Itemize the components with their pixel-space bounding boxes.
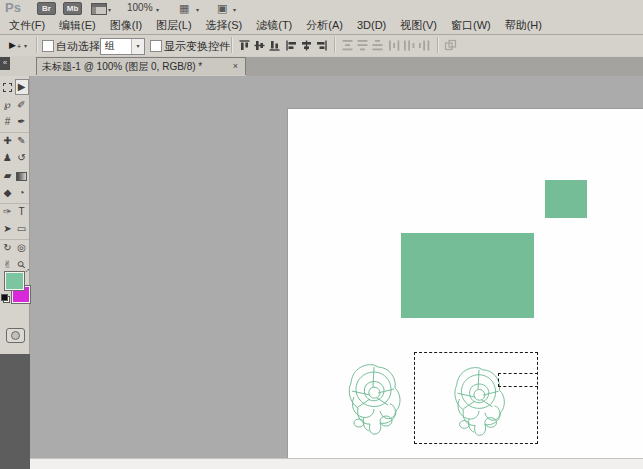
document-tab[interactable]: 未标题-1 @ 100% (图层 0, RGB/8) * ×: [36, 57, 246, 75]
menu-window[interactable]: 窗口(W): [444, 17, 498, 34]
auto-align-layers-icon[interactable]: [444, 39, 457, 52]
menu-3d[interactable]: 3D(D): [350, 17, 393, 34]
menu-layer[interactable]: 图层(L): [149, 17, 198, 34]
artwork-small-green-square: [545, 180, 587, 218]
separator: [36, 37, 38, 53]
tools-panel-footer: [0, 354, 30, 469]
marquee-icon: [3, 83, 12, 92]
chevron-down-icon[interactable]: ▾: [233, 6, 236, 13]
artwork-rose-sketch-left: [343, 361, 405, 439]
path-selection-tool[interactable]: ➤: [1, 221, 15, 237]
distribute-right-edges-icon[interactable]: [418, 39, 431, 52]
plus-icon: +: [17, 43, 21, 50]
menu-filter[interactable]: 滤镜(T): [249, 17, 299, 34]
move-tool-preset-button[interactable]: ▶ + ▾: [3, 37, 33, 53]
gradient-tool[interactable]: [15, 168, 29, 184]
foreground-color-swatch[interactable]: [4, 271, 25, 291]
lasso-tool[interactable]: ℘: [1, 97, 15, 113]
default-colors-icon[interactable]: [1, 294, 10, 303]
chevron-down-icon: ▾: [131, 39, 144, 54]
separator: [334, 37, 336, 53]
application-bar: Ps Br Mb ▾ 100% ▾ ▦ ▾ ▣ ▾: [0, 0, 643, 18]
tools-panel: ▶ ℘ ✐ # ✒ ✚ ✎ ♟ ↺ ▰ ◆ ◔ ✑ T ➤: [0, 76, 30, 354]
gradient-icon: [16, 172, 27, 181]
rectangle-shape-tool[interactable]: ▭: [15, 221, 29, 237]
chevron-down-icon[interactable]: ▾: [196, 6, 199, 13]
clone-stamp-tool[interactable]: ♟: [1, 150, 15, 166]
distribute-horizontal-centers-icon[interactable]: [403, 39, 416, 52]
3d-orbit-tool[interactable]: ◎: [15, 240, 29, 256]
tab-bar-empty-area: [246, 57, 643, 76]
distribute-top-edges-icon[interactable]: [341, 39, 354, 52]
menu-edit[interactable]: 编辑(E): [52, 17, 103, 34]
document-tab-bar: « 未标题-1 @ 100% (图层 0, RGB/8) * ×: [0, 56, 643, 77]
arrange-documents-icon[interactable]: ▦: [179, 2, 189, 15]
eyedropper-tool[interactable]: ✒: [15, 114, 29, 130]
collapse-tools-panel-button[interactable]: «: [0, 57, 10, 70]
align-vertical-centers-icon[interactable]: [253, 39, 266, 52]
photoshop-window: Ps Br Mb ▾ 100% ▾ ▦ ▾ ▣ ▾ 文件(F) 编辑(E) 图像…: [0, 0, 643, 469]
spot-healing-brush-tool[interactable]: ✚: [1, 133, 15, 149]
artwork-large-green-rectangle: [401, 233, 534, 318]
photoshop-logo: Ps: [5, 0, 21, 15]
show-transform-controls-label: 显示变换控件: [164, 39, 230, 54]
pen-tool[interactable]: ✑: [1, 204, 15, 220]
move-tool[interactable]: ▶: [15, 79, 29, 95]
align-horizontal-centers-icon[interactable]: [300, 39, 313, 52]
move-tool-icon: ▶: [9, 40, 16, 50]
separator: [231, 37, 233, 53]
horizontal-scrollbar-track[interactable]: [30, 458, 643, 469]
chevron-down-icon: ▾: [24, 42, 27, 49]
auto-select-checkbox[interactable]: [42, 40, 54, 52]
auto-select-target-dropdown[interactable]: 组 ▾: [100, 38, 145, 55]
quick-selection-tool[interactable]: ✐: [15, 97, 29, 113]
quick-mask-mode-button[interactable]: [6, 328, 25, 343]
type-tool[interactable]: T: [15, 204, 29, 220]
separator: [437, 37, 439, 53]
distribute-vertical-centers-icon[interactable]: [356, 39, 369, 52]
menu-bar: 文件(F) 编辑(E) 图像(I) 图层(L) 选择(S) 滤镜(T) 分析(A…: [0, 17, 643, 35]
document-workspace: [30, 76, 643, 458]
menu-help[interactable]: 帮助(H): [498, 17, 549, 34]
canvas[interactable]: [287, 108, 643, 458]
brush-tool[interactable]: ✎: [15, 133, 29, 149]
blur-tool[interactable]: ◆: [1, 185, 15, 201]
view-extras-icon[interactable]: [91, 3, 107, 15]
menu-analysis[interactable]: 分析(A): [299, 17, 350, 34]
align-top-edges-icon[interactable]: [238, 39, 251, 52]
screen-mode-icon[interactable]: ▣: [217, 2, 227, 15]
align-left-edges-icon[interactable]: [285, 39, 298, 52]
selection-marquee[interactable]: [414, 352, 538, 444]
zoom-level-control[interactable]: 100%: [127, 2, 153, 13]
menu-select[interactable]: 选择(S): [199, 17, 250, 34]
menu-file[interactable]: 文件(F): [2, 17, 52, 34]
close-icon[interactable]: ×: [231, 61, 240, 72]
launch-minibridge-button[interactable]: Mb: [63, 2, 82, 15]
rectangular-marquee-tool[interactable]: [1, 79, 15, 95]
align-right-edges-icon[interactable]: [315, 39, 328, 52]
distribute-bottom-edges-icon[interactable]: [371, 39, 384, 52]
history-brush-tool[interactable]: ↺: [15, 150, 29, 166]
selection-marquee-notch[interactable]: [498, 373, 538, 387]
crop-tool[interactable]: #: [1, 114, 15, 130]
tool-options-bar: ▶ + ▾ 自动选择: 组 ▾ 显示变换控件: [0, 35, 643, 57]
menu-view[interactable]: 视图(V): [393, 17, 444, 34]
show-transform-controls-checkbox[interactable]: [150, 40, 162, 52]
dodge-tool[interactable]: ◔: [15, 185, 29, 201]
eraser-tool[interactable]: ▰: [1, 168, 15, 184]
3d-rotate-tool[interactable]: ↻: [1, 240, 15, 256]
chevron-down-icon[interactable]: ▾: [156, 6, 159, 13]
auto-select-label: 自动选择:: [56, 39, 103, 54]
launch-bridge-button[interactable]: Br: [37, 2, 56, 15]
dropdown-value: 组: [101, 39, 131, 54]
menu-image[interactable]: 图像(I): [103, 17, 149, 34]
distribute-left-edges-icon[interactable]: [388, 39, 401, 52]
chevron-down-icon[interactable]: ▾: [108, 6, 111, 13]
document-tab-title: 未标题-1 @ 100% (图层 0, RGB/8) *: [42, 60, 226, 74]
align-bottom-edges-icon[interactable]: [268, 39, 281, 52]
